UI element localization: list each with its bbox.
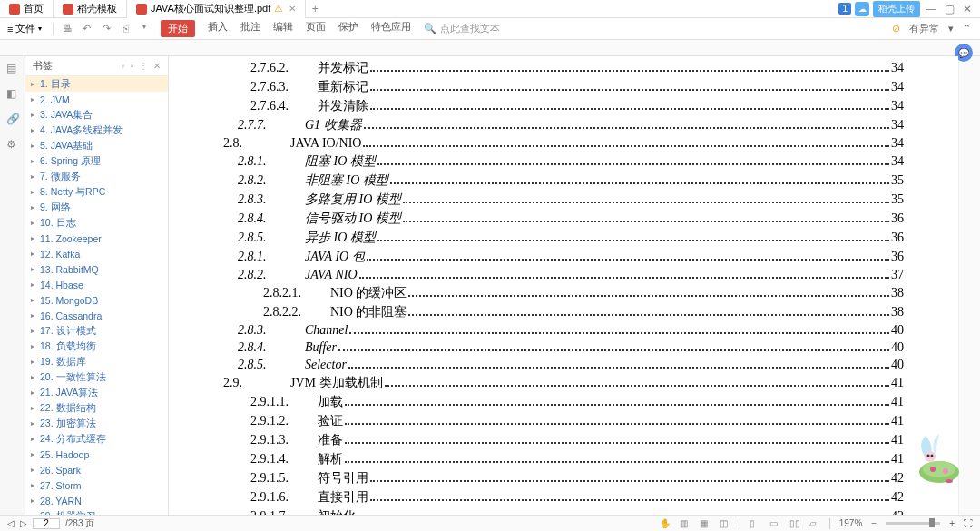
expand-all-icon[interactable]: ▫: [122, 61, 125, 71]
print-icon[interactable]: 🖶: [63, 23, 75, 35]
sidebar-item[interactable]: 8. Netty 与RPC: [25, 184, 168, 200]
sidebar-item[interactable]: 2. JVM: [25, 92, 168, 107]
error-status-text[interactable]: 有异常: [909, 22, 939, 35]
single-page-icon[interactable]: ▯: [750, 518, 760, 529]
collapse-ribbon-icon[interactable]: ⌃: [963, 23, 971, 34]
presentation-icon[interactable]: ▱: [809, 518, 820, 529]
sidebar-item[interactable]: 11. Zookeeper: [25, 231, 168, 246]
sidebar-item[interactable]: 18. 负载均衡: [25, 339, 168, 354]
toc-entry[interactable]: 2.9.1.6.直接引用42: [223, 489, 904, 506]
toc-entry[interactable]: 2.8.2.2.NIO 的非阻塞38: [223, 304, 904, 320]
sidebar-item[interactable]: 15. MongoDB: [25, 292, 168, 308]
toc-entry[interactable]: 2.7.7.G1 收集器34: [223, 117, 904, 133]
sidebar-item[interactable]: 24. 分布式缓存: [25, 431, 168, 447]
sidebar-item[interactable]: 25. Hadoop: [25, 447, 168, 462]
tab-pdf-active[interactable]: JAVA核心面试知识整理.pdf ⚠ ✕: [127, 0, 306, 18]
search-box[interactable]: 🔍 点此查找文本: [424, 22, 500, 35]
document-viewport[interactable]: 2.7.6.2.并发标记342.7.6.3.重新标记342.7.6.4.并发清除…: [169, 56, 958, 515]
continuous-page-icon[interactable]: ▭: [769, 518, 780, 529]
toc-entry[interactable]: 2.9.1.5.符号引用42: [223, 470, 904, 487]
bookmark-panel-icon[interactable]: ▤: [6, 62, 19, 74]
undo-icon[interactable]: ↶: [83, 23, 95, 35]
zoom-slider[interactable]: [886, 522, 940, 525]
toc-entry[interactable]: 2.8.4.信号驱动 IO 模型36: [223, 211, 904, 227]
redo-icon[interactable]: ↷: [103, 23, 115, 35]
sidebar-item[interactable]: 29. 机器学习: [25, 508, 168, 515]
sidebar-item[interactable]: 28. YARN: [25, 493, 168, 508]
sidebar-item[interactable]: 4. JAVA多线程并发: [25, 123, 168, 138]
sidebar-item[interactable]: 9. 网络: [25, 200, 168, 215]
toc-entry[interactable]: 2.7.6.4.并发清除34: [223, 98, 904, 114]
sidebar-item[interactable]: 26. Spark: [25, 462, 168, 477]
ribbon-tab-protect[interactable]: 保护: [338, 20, 358, 37]
sidebar-item[interactable]: 23. 加密算法: [25, 416, 168, 431]
assistant-mascot[interactable]: [907, 431, 971, 486]
ribbon-tab-start[interactable]: 开始: [161, 20, 195, 37]
toc-entry[interactable]: 2.9.1.1.加载41: [223, 394, 904, 410]
toc-entry[interactable]: 2.9.1.4.解析41: [223, 451, 904, 467]
new-tab-button[interactable]: +: [306, 3, 324, 15]
tab-home[interactable]: 首页: [0, 0, 54, 18]
sidebar-item[interactable]: 14. Hbase: [25, 277, 168, 292]
toc-entry[interactable]: 2.8.3.Channel40: [223, 323, 904, 338]
ribbon-tab-comment[interactable]: 批注: [240, 20, 260, 37]
maximize-button[interactable]: ▢: [942, 2, 956, 16]
toc-entry[interactable]: 2.7.6.3.重新标记34: [223, 79, 904, 95]
chevron-down-icon[interactable]: ▾: [948, 23, 954, 34]
thumbnail-panel-icon[interactable]: ◧: [6, 87, 19, 100]
sidebar-item[interactable]: 5. JAVA基础: [25, 138, 168, 153]
hand-tool-icon[interactable]: ✋: [660, 518, 671, 529]
sidebar-item[interactable]: 1. 目录: [25, 76, 168, 92]
ribbon-tab-edit[interactable]: 编辑: [273, 20, 293, 37]
prev-page-icon[interactable]: ◁: [7, 518, 15, 528]
view-mode-1-icon[interactable]: ▥: [680, 518, 691, 529]
zoom-in-button[interactable]: +: [949, 518, 955, 528]
close-sidebar-icon[interactable]: ✕: [153, 61, 161, 71]
toc-entry[interactable]: 2.8.5.Selector40: [223, 358, 904, 372]
toc-entry[interactable]: 2.8.2.1.NIO 的缓冲区38: [223, 285, 904, 301]
toc-entry[interactable]: 2.8.1.JAVA IO 包36: [223, 249, 904, 265]
collapse-all-icon[interactable]: ▫: [130, 61, 133, 71]
sidebar-item[interactable]: 27. Storm: [25, 477, 168, 493]
zoom-level-label[interactable]: 197%: [839, 518, 863, 528]
file-menu[interactable]: ≡ 文件 ▾: [0, 22, 49, 35]
cloud-sync-icon[interactable]: ☁: [855, 2, 869, 16]
toc-entry[interactable]: 2.9.1.7.初始化42: [223, 508, 904, 515]
fullscreen-button[interactable]: ⛶: [964, 518, 973, 528]
sidebar-item[interactable]: 16. Cassandra: [25, 308, 168, 323]
next-page-icon[interactable]: ▷: [20, 518, 27, 528]
sidebar-item[interactable]: 3. JAVA集合: [25, 107, 168, 123]
zoom-out-button[interactable]: −: [871, 518, 877, 528]
sidebar-item[interactable]: 22. 数据结构: [25, 400, 168, 416]
toc-entry[interactable]: 2.9.1.3.准备41: [223, 432, 904, 448]
toc-entry[interactable]: 2.8.3.多路复用 IO 模型35: [223, 192, 904, 208]
toc-entry[interactable]: 2.8.5.异步 IO 模型36: [223, 230, 904, 246]
ribbon-tab-special[interactable]: 特色应用: [371, 20, 411, 37]
close-button[interactable]: ✕: [960, 2, 975, 16]
view-mode-2-icon[interactable]: ▦: [700, 518, 710, 529]
toc-entry[interactable]: 2.7.6.2.并发标记34: [223, 60, 904, 76]
chevron-down-icon[interactable]: ▾: [142, 23, 146, 35]
tab-template[interactable]: 稻壳模板: [54, 0, 127, 18]
save-icon[interactable]: ⎘: [122, 23, 135, 35]
sidebar-item[interactable]: 13. RabbitMQ: [25, 261, 168, 277]
sidebar-item[interactable]: 20. 一致性算法: [25, 369, 168, 385]
toc-entry[interactable]: 2.9.JVM 类加载机制41: [223, 375, 904, 391]
tool-panel-icon[interactable]: ⚙: [6, 138, 19, 151]
cloud-upload-button[interactable]: 稻壳上传: [873, 1, 920, 17]
ribbon-tab-page[interactable]: 页面: [306, 20, 326, 37]
toc-entry[interactable]: 2.8.2.非阻塞 IO 模型35: [223, 172, 904, 189]
attachment-panel-icon[interactable]: 🔗: [6, 113, 19, 125]
toc-entry[interactable]: 2.8.JAVA IO/NIO34: [223, 136, 904, 151]
notification-badge[interactable]: 1: [838, 3, 851, 15]
sidebar-item[interactable]: 7. 微服务: [25, 169, 168, 184]
toc-entry[interactable]: 2.8.4.Buffer40: [223, 340, 904, 355]
ribbon-tab-insert[interactable]: 插入: [208, 20, 228, 37]
sidebar-item[interactable]: 10. 日志: [25, 215, 168, 231]
sidebar-item[interactable]: 21. JAVA算法: [25, 385, 168, 400]
toc-entry[interactable]: 2.8.1.阻塞 IO 模型34: [223, 153, 904, 170]
page-number-input[interactable]: [33, 518, 60, 529]
toc-entry[interactable]: 2.8.2.JAVA NIO37: [223, 268, 904, 282]
minimize-button[interactable]: —: [924, 2, 938, 16]
sidebar-item[interactable]: 19. 数据库: [25, 354, 168, 369]
